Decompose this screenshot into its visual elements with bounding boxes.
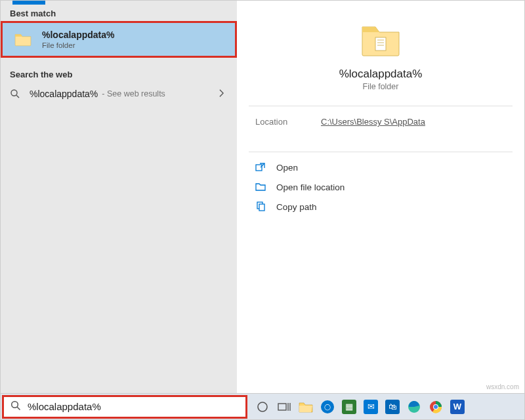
copy-icon <box>255 201 266 212</box>
taskbar-app-mail[interactable]: ✉ <box>361 397 381 417</box>
svg-point-12 <box>258 402 267 411</box>
svg-line-1 <box>16 95 19 98</box>
svg-point-19 <box>434 405 438 409</box>
svg-rect-6 <box>256 165 262 171</box>
location-row: Location C:\Users\Blessy S\AppData <box>249 106 513 137</box>
preview-title: %localappdata% <box>339 68 423 81</box>
file-explorer-icon[interactable] <box>296 397 316 417</box>
open-icon <box>255 162 266 173</box>
preview-pane: %localappdata% File folder Location C:\U… <box>237 1 524 393</box>
best-match-result[interactable]: %localappdata% File folder <box>1 21 237 58</box>
taskbar-search-box[interactable] <box>2 395 247 419</box>
web-result-title: %localappdata% <box>30 89 98 99</box>
search-input[interactable] <box>28 401 239 412</box>
taskbar-app-green[interactable]: ▦ <box>339 397 359 417</box>
chevron-right-icon <box>219 89 228 99</box>
cortana-icon[interactable] <box>253 397 272 417</box>
svg-point-0 <box>11 90 17 96</box>
svg-rect-2 <box>375 37 386 51</box>
task-view-icon[interactable] <box>274 397 294 417</box>
folder-icon-large <box>360 22 402 58</box>
folder-open-icon <box>255 182 266 192</box>
edge-icon[interactable] <box>404 397 424 417</box>
results-pane: Best match %localappdata% File folder Se… <box>1 1 237 393</box>
taskbar-icons: ◯ ▦ ✉ 🛍 W <box>253 397 467 417</box>
svg-rect-13 <box>278 404 286 410</box>
search-web-header: Search the web <box>1 59 237 83</box>
svg-line-7 <box>261 163 264 167</box>
open-location-action[interactable]: Open file location <box>249 177 513 197</box>
taskbar-app-store[interactable]: 🛍 <box>383 397 402 417</box>
result-subtitle: File folder <box>42 41 114 49</box>
open-action[interactable]: Open <box>249 158 513 177</box>
chrome-icon[interactable] <box>426 397 446 417</box>
result-text: %localappdata% File folder <box>42 30 114 49</box>
open-location-label: Open file location <box>276 182 345 192</box>
result-title: %localappdata% <box>42 30 114 40</box>
taskbar: ◯ ▦ ✉ 🛍 W <box>0 394 525 420</box>
watermark: wsxdn.com <box>486 383 519 390</box>
taskbar-app-dell[interactable]: ◯ <box>318 397 337 417</box>
copy-path-label: Copy path <box>276 202 317 212</box>
best-match-header: Best match <box>1 5 237 21</box>
svg-rect-9 <box>259 204 264 211</box>
open-label: Open <box>276 163 298 173</box>
word-icon[interactable]: W <box>448 397 467 417</box>
location-label: Location <box>255 117 321 127</box>
web-result-suffix: - See web results <box>102 89 165 98</box>
search-icon <box>10 89 20 99</box>
copy-path-action[interactable]: Copy path <box>249 197 513 217</box>
web-result-item[interactable]: %localappdata% - See web results <box>1 83 237 104</box>
search-icon <box>10 400 21 413</box>
action-list: Open Open file location Copy path <box>249 152 513 217</box>
folder-icon <box>14 32 32 47</box>
preview-subtitle: File folder <box>363 82 399 91</box>
location-link[interactable]: C:\Users\Blessy S\AppData <box>321 117 425 127</box>
svg-point-10 <box>12 402 18 408</box>
svg-line-11 <box>17 407 20 410</box>
search-panel: Best match %localappdata% File folder Se… <box>0 0 525 394</box>
preview-header: %localappdata% File folder <box>249 12 513 91</box>
